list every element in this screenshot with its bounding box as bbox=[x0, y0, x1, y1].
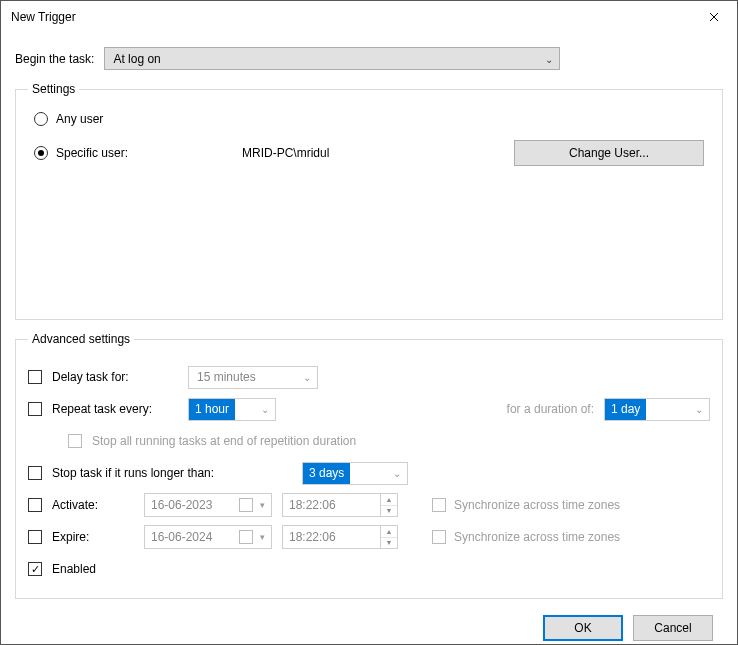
duration-value: 1 day bbox=[605, 399, 646, 420]
enabled-label: Enabled bbox=[52, 562, 96, 576]
chevron-down-icon: ⌄ bbox=[393, 468, 401, 479]
duration-select[interactable]: 1 day ⌄ bbox=[604, 398, 710, 421]
activate-sync-label: Synchronize across time zones bbox=[454, 498, 620, 512]
close-icon bbox=[709, 12, 719, 22]
activate-time-value: 18:22:06 bbox=[289, 498, 336, 512]
repeat-checkbox[interactable] bbox=[28, 402, 42, 416]
time-spinner[interactable]: ▲ ▼ bbox=[380, 494, 397, 516]
settings-legend: Settings bbox=[28, 82, 79, 96]
change-user-button[interactable]: Change User... bbox=[514, 140, 704, 166]
activate-date-input[interactable]: 16-06-2023 ▾ bbox=[144, 493, 272, 517]
advanced-legend: Advanced settings bbox=[28, 332, 134, 346]
dialog-window: New Trigger Begin the task: At log on ⌄ … bbox=[0, 0, 738, 645]
chevron-down-icon: ⌄ bbox=[545, 53, 553, 64]
repeat-label: Repeat task every: bbox=[52, 402, 178, 416]
activate-checkbox[interactable] bbox=[28, 498, 42, 512]
repeat-row: Repeat task every: 1 hour ⌄ for a durati… bbox=[28, 394, 710, 424]
cancel-button[interactable]: Cancel bbox=[633, 615, 713, 641]
chevron-down-icon: ▾ bbox=[260, 500, 265, 510]
expire-sync-label: Synchronize across time zones bbox=[454, 530, 620, 544]
delay-checkbox[interactable] bbox=[28, 370, 42, 384]
chevron-down-icon: ⌄ bbox=[261, 404, 269, 415]
expire-checkbox[interactable] bbox=[28, 530, 42, 544]
begin-task-row: Begin the task: At log on ⌄ bbox=[15, 47, 723, 70]
specific-user-value: MRID-PC\mridul bbox=[242, 146, 506, 160]
any-user-label: Any user bbox=[56, 112, 103, 126]
titlebar: New Trigger bbox=[1, 1, 737, 33]
calendar-icon bbox=[239, 498, 253, 512]
delay-row: Delay task for: 15 minutes ⌄ bbox=[28, 362, 710, 392]
dialog-content: Begin the task: At log on ⌄ Settings Any… bbox=[1, 33, 737, 645]
stop-all-label: Stop all running tasks at end of repetit… bbox=[92, 434, 356, 448]
stop-if-checkbox[interactable] bbox=[28, 466, 42, 480]
delay-select[interactable]: 15 minutes ⌄ bbox=[188, 366, 318, 389]
ok-button[interactable]: OK bbox=[543, 615, 623, 641]
begin-task-value: At log on bbox=[113, 52, 160, 66]
delay-value: 15 minutes bbox=[197, 370, 256, 384]
stop-if-label: Stop task if it runs longer than: bbox=[52, 466, 292, 480]
activate-row: Activate: 16-06-2023 ▾ 18:22:06 ▲ ▼ bbox=[28, 490, 710, 520]
repeat-select[interactable]: 1 hour ⌄ bbox=[188, 398, 276, 421]
expire-date-input[interactable]: 16-06-2024 ▾ bbox=[144, 525, 272, 549]
chevron-down-icon: ▾ bbox=[260, 532, 265, 542]
expire-label: Expire: bbox=[52, 530, 134, 544]
activate-sync-checkbox bbox=[432, 498, 446, 512]
spinner-up-icon[interactable]: ▲ bbox=[381, 494, 397, 506]
spinner-down-icon[interactable]: ▼ bbox=[381, 538, 397, 549]
specific-user-label: Specific user: bbox=[56, 146, 128, 160]
chevron-down-icon: ⌄ bbox=[303, 372, 311, 383]
chevron-down-icon: ⌄ bbox=[695, 404, 703, 415]
close-button[interactable] bbox=[691, 1, 737, 33]
advanced-group: Advanced settings Delay task for: 15 min… bbox=[15, 332, 723, 599]
duration-label: for a duration of: bbox=[507, 402, 594, 416]
specific-user-row[interactable]: Specific user: bbox=[34, 146, 234, 160]
delay-label: Delay task for: bbox=[52, 370, 178, 384]
repeat-value: 1 hour bbox=[189, 399, 235, 420]
activate-time-input[interactable]: 18:22:06 ▲ ▼ bbox=[282, 493, 398, 517]
activate-label: Activate: bbox=[52, 498, 134, 512]
expire-time-input[interactable]: 18:22:06 ▲ ▼ bbox=[282, 525, 398, 549]
stop-if-select[interactable]: 3 days ⌄ bbox=[302, 462, 408, 485]
spinner-down-icon[interactable]: ▼ bbox=[381, 506, 397, 517]
enabled-row: Enabled bbox=[28, 554, 710, 584]
expire-sync-row: Synchronize across time zones bbox=[432, 530, 620, 544]
begin-task-label: Begin the task: bbox=[15, 52, 94, 66]
spinner-up-icon[interactable]: ▲ bbox=[381, 526, 397, 538]
stop-if-value: 3 days bbox=[303, 463, 350, 484]
activate-sync-row: Synchronize across time zones bbox=[432, 498, 620, 512]
specific-user-radio[interactable] bbox=[34, 146, 48, 160]
stop-all-row: Stop all running tasks at end of repetit… bbox=[68, 426, 710, 456]
enabled-checkbox[interactable] bbox=[28, 562, 42, 576]
expire-sync-checkbox bbox=[432, 530, 446, 544]
any-user-row[interactable]: Any user bbox=[34, 112, 710, 126]
time-spinner[interactable]: ▲ ▼ bbox=[380, 526, 397, 548]
expire-date-value: 16-06-2024 bbox=[151, 530, 212, 544]
settings-group: Settings Any user Specific user: MRID-PC… bbox=[15, 82, 723, 320]
dialog-footer: OK Cancel bbox=[15, 607, 723, 645]
begin-task-select[interactable]: At log on ⌄ bbox=[104, 47, 560, 70]
calendar-icon bbox=[239, 530, 253, 544]
stop-all-checkbox bbox=[68, 434, 82, 448]
window-title: New Trigger bbox=[11, 10, 76, 24]
stop-if-row: Stop task if it runs longer than: 3 days… bbox=[28, 458, 710, 488]
expire-row: Expire: 16-06-2024 ▾ 18:22:06 ▲ ▼ bbox=[28, 522, 710, 552]
any-user-radio[interactable] bbox=[34, 112, 48, 126]
expire-time-value: 18:22:06 bbox=[289, 530, 336, 544]
activate-date-value: 16-06-2023 bbox=[151, 498, 212, 512]
